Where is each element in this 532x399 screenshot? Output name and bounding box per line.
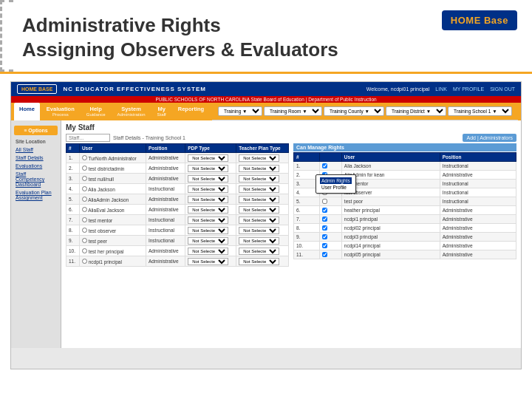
right-row-user: ncdpl02 principal [341,224,440,233]
signout-link[interactable]: SIGN OUT [490,86,515,92]
right-row-check[interactable] [319,224,341,233]
right-table-row: 5. test poor Instructional [294,197,516,206]
left-row-radio[interactable]: AliaEval Jackson [79,205,146,215]
left-table-row: 10. test her principal Administrative No… [66,246,289,256]
left-row-pdp[interactable]: Not Selected [185,153,236,163]
sidebar-allstaff[interactable]: All Staff [11,146,61,154]
right-row-check[interactable] [319,206,341,215]
right-row-position: Administrative [440,224,516,233]
left-row-pdp[interactable]: Not Selected [185,215,236,225]
left-row-tpt[interactable]: Not Selected [236,256,289,267]
left-row-radio[interactable]: test null/null [79,174,146,184]
sidebar-evalplan[interactable]: Evaluation Plan Assignment [11,188,61,202]
left-row-tpt[interactable]: Not Selected [236,225,289,236]
left-row-tpt[interactable]: Not Selected [236,194,289,205]
left-row-radio[interactable]: test districtadmin [79,163,146,174]
link-link[interactable]: LINK [435,86,447,92]
col-position: Position [146,144,185,153]
homebase-logo: HOME Base [442,10,517,30]
left-row-radio[interactable]: test peer [79,236,146,246]
left-row-tpt[interactable]: Not Selected [236,153,289,163]
nav-home[interactable]: Home [14,103,40,120]
nav-reporting[interactable]: Reporting [173,103,209,120]
popup-user-profile[interactable]: User Profile [320,184,352,191]
right-table-row: 8. ncdpl02 principal Administrative [294,224,516,233]
left-row-num: 7. [66,215,80,225]
right-row-check[interactable] [319,242,341,250]
staff-search-input[interactable] [66,134,110,142]
left-row-position: Administrative [146,163,185,174]
right-row-num: 6. [294,206,320,215]
left-table-wrapper[interactable]: # User Position PDP Type Teacher Plan Ty… [66,143,289,267]
left-row-tpt[interactable]: Not Selected [236,163,289,174]
col-pdp: PDP Type [185,144,236,153]
left-row-tpt[interactable]: Not Selected [236,184,289,194]
right-row-position: Administrative [440,215,516,224]
popup-admin-rights[interactable]: Admin Rights [320,177,352,184]
left-staff-table: # User Position PDP Type Teacher Plan Ty… [66,143,289,267]
right-row-position: Administrative [440,250,516,259]
left-table-row: 5. AliaAdmin Jackson Administrative Not … [66,194,289,205]
rcol-check [319,153,341,162]
right-row-check[interactable] [319,233,341,242]
right-row-check[interactable] [319,250,341,259]
left-row-tpt[interactable]: Not Selected [236,236,289,246]
nav-mystaff[interactable]: My Staff [151,103,171,120]
left-row-position: Administrative [146,246,185,256]
left-row-tpt[interactable]: Not Selected [236,205,289,215]
options-button[interactable]: ≡ Options [14,126,58,135]
left-row-radio[interactable]: TurNorth Administrator [79,153,146,163]
right-row-check[interactable] [319,215,341,224]
sidebar-staffcompetency[interactable]: Staff Competency Dashboard [11,170,61,188]
right-table-wrapper[interactable]: # User Position 1. Alia Jackson Instruct… [293,152,516,259]
filter-training[interactable]: Training ▼ [218,106,262,116]
right-row-position: Instructional [440,197,516,206]
sidebar-staffdetails[interactable]: Staff Details [11,154,61,162]
right-row-position: Instructional [440,188,516,197]
col-tpt: Teacher Plan Type [236,144,289,153]
left-row-radio[interactable]: test her principal [79,246,146,256]
right-row-check[interactable] [319,197,341,206]
left-row-radio[interactable]: Alia Jackson [79,184,146,194]
left-row-pdp[interactable]: Not Selected [185,174,236,184]
left-row-pdp[interactable]: Not Selected [185,246,236,256]
left-row-pdp[interactable]: Not Selected [185,194,236,205]
left-row-tpt[interactable]: Not Selected [236,246,289,256]
left-row-tpt[interactable]: Not Selected [236,174,289,184]
add-admin-btn[interactable]: Add | Administrators [463,134,516,142]
left-row-pdp[interactable]: Not Selected [185,163,236,174]
right-row-user: AliaAdmin for kean [341,171,440,180]
left-row-num: 11. [66,256,80,267]
section-title-label: Staff Details - Training School 1 [113,135,185,140]
left-row-pdp[interactable]: Not Selected [185,256,236,267]
dashed-border [0,0,13,72]
right-table-row: 6. heather principal Administrative [294,206,516,215]
left-row-radio[interactable]: test observer [79,225,146,236]
left-row-pdp[interactable]: Not Selected [185,225,236,236]
filter-school[interactable]: Training School 1 ▼ [448,106,512,116]
right-row-check[interactable] [319,162,341,171]
right-row-position: Administrative [440,171,516,180]
filter-county[interactable]: Training County ▼ [324,106,384,116]
left-row-tpt[interactable]: Not Selected [236,215,289,225]
nav-evaluation[interactable]: Evaluation Process [41,103,80,120]
sidebar-evaluations[interactable]: Evaluations [11,162,61,170]
rcol-user: User [341,153,440,162]
nav-help[interactable]: Help Guidance [81,103,111,120]
left-row-pdp[interactable]: Not Selected [185,236,236,246]
left-row-pdp[interactable]: Not Selected [185,184,236,194]
filter-district[interactable]: Training District ▼ [386,106,446,116]
left-row-radio[interactable]: test mentor [79,215,146,225]
filter-room[interactable]: Training Room ▼ [264,106,322,116]
left-row-pdp[interactable]: Not Selected [185,205,236,215]
left-row-radio[interactable]: AliaAdmin Jackson [79,194,146,205]
left-table-row: 2. test districtadmin Administrative Not… [66,163,289,174]
left-row-num: 10. [66,246,80,256]
myprofile-link[interactable]: MY PROFILE [453,86,484,92]
left-table-row: 3. test null/null Administrative Not Sel… [66,174,289,184]
dropdown-popup[interactable]: Admin Rights User Profile [316,174,356,194]
right-row-num: 5. [294,197,320,206]
left-row-radio[interactable]: ncdpi1 principal [79,256,146,267]
two-panel: # User Position PDP Type Teacher Plan Ty… [66,143,516,343]
nav-system[interactable]: System Administration [112,103,150,120]
